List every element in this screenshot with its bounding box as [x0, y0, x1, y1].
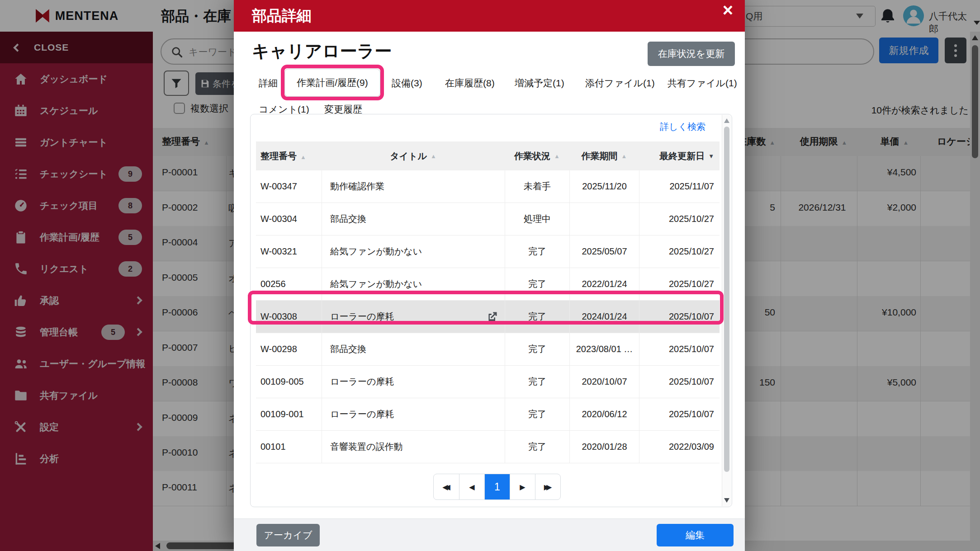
pagination: ◀◀ ◀ 1 ▶ ▶▶ [433, 474, 561, 500]
app-screen: MENTENA 部品・在庫 Q用 八千代太郎 キーワード 新規作成 [0, 0, 980, 551]
update-stock-button[interactable]: 在庫状況を更新 [648, 42, 735, 66]
edit-button[interactable]: 編集 [657, 524, 734, 546]
tab-attachments[interactable]: 添付ファイル(1) [585, 77, 655, 89]
pagination-next-button[interactable]: ▶ [510, 474, 535, 499]
table-row[interactable]: W-00304 部品交換 処理中 2025/10/27 [256, 203, 720, 235]
annotation-tab-highlight [281, 65, 384, 100]
annotation-row-highlight [248, 291, 724, 325]
pagination-page-1[interactable]: 1 [484, 474, 510, 499]
close-icon[interactable]: × [723, 1, 733, 19]
tab-stock-history[interactable]: 在庫履歴(8) [445, 77, 495, 89]
pagination-last-button[interactable]: ▶▶ [535, 474, 560, 499]
modal-footer: アーカイブ 編集 [234, 518, 745, 551]
tab-detail[interactable]: 詳細 [259, 77, 278, 89]
archive-button[interactable]: アーカイブ [256, 524, 320, 546]
table-row[interactable]: 00109-001 ローラーの摩耗 完了 2020/06/12 2025/10/… [256, 398, 720, 431]
modal-header: 部品詳細 × [234, 0, 745, 32]
table-row[interactable]: 00109-005 ローラーの摩耗 完了 2020/10/07 2025/10/… [256, 366, 720, 398]
col-id[interactable]: 整理番号▲ [256, 150, 322, 162]
tab-change-schedule[interactable]: 増減予定(1) [515, 77, 564, 89]
scroll-up-arrow-icon[interactable] [724, 118, 729, 123]
table-row[interactable]: W-00347 動作確認作業 未着手 2025/11/20 2025/11/07 [256, 170, 720, 203]
col-updated[interactable]: 最終更新日▼ [639, 150, 720, 162]
list-scroll-thumb[interactable] [724, 127, 729, 472]
table-header-row: 整理番号▲ タイトル▲ 作業状況▲ 作業期間▲ 最終更新日▼ [256, 141, 720, 170]
col-period[interactable]: 作業期間▲ [569, 150, 639, 162]
part-name: キャリアローラー [252, 40, 392, 63]
detail-search-link[interactable]: 詳しく検索 [660, 121, 705, 133]
table-row[interactable]: W-00321 給気ファンが動かない 完了 2025/05/07 2025/10… [256, 235, 720, 268]
pagination-prev-button[interactable]: ◀ [459, 474, 484, 499]
col-title[interactable]: タイトル▲ [322, 150, 505, 162]
col-status[interactable]: 作業状況▲ [505, 150, 569, 162]
pagination-first-button[interactable]: ◀◀ [434, 474, 459, 499]
tab-shared-files[interactable]: 共有ファイル(1) [668, 77, 737, 89]
scroll-down-arrow-icon[interactable] [724, 498, 729, 503]
table-row[interactable]: 00101 音響装置の誤作動 完了 2020/01/28 2022/03/09 [256, 431, 720, 463]
tab-equipment[interactable]: 設備(3) [392, 77, 422, 89]
modal-title: 部品詳細 [252, 6, 312, 26]
table-row[interactable]: W-00298 部品交換 完了 2023/08/01 … 2025/10/07 [256, 333, 720, 366]
